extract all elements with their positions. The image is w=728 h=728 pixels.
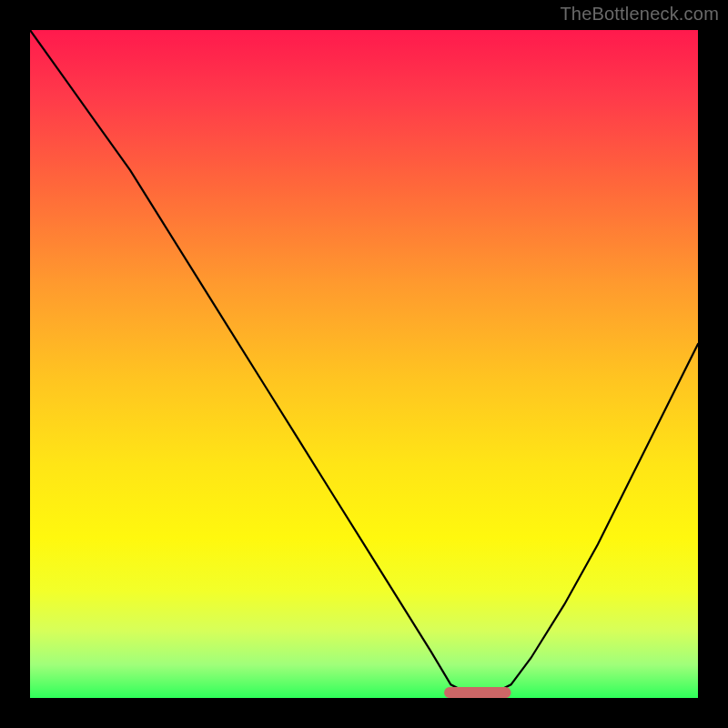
chart-frame: TheBottleneck.com [0,0,728,728]
bottleneck-chart [30,30,698,698]
plot-area [30,30,698,698]
trough-highlight-pill [444,687,511,698]
watermark-text: TheBottleneck.com [560,4,719,25]
bottleneck-curve-line [30,30,698,692]
